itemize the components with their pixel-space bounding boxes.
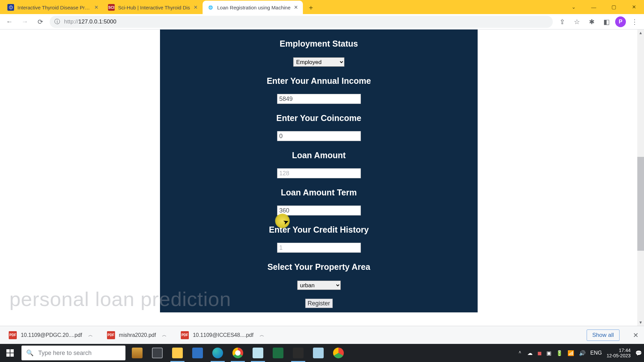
download-item[interactable]: PDF 10.1109@PDGC.20....pdf ︿	[5, 328, 96, 342]
profile-avatar[interactable]: P	[615, 16, 626, 27]
windows-logo-icon	[6, 349, 14, 357]
download-filename: 10.1109@PDGC.20....pdf	[21, 332, 82, 338]
close-icon[interactable]: ✕	[94, 4, 99, 10]
omnibox[interactable]: ⓘ http://127.0.0.1:5000	[50, 16, 553, 28]
annual-income-input[interactable]	[277, 94, 361, 104]
favicon-scihub-icon: SCI	[108, 4, 115, 11]
reload-button[interactable]: ⟳	[34, 16, 46, 28]
tab-title: Interactive Thyroid Disease Predi	[17, 5, 91, 10]
bookmark-icon[interactable]: ☆	[571, 16, 583, 28]
tray-meet-icon[interactable]: ▣	[546, 350, 551, 356]
download-item[interactable]: PDF 10.1109@ICCES48....pdf ︿	[177, 328, 268, 342]
close-icon[interactable]: ✕	[194, 4, 198, 10]
excel-icon[interactable]	[268, 344, 288, 362]
file-explorer-icon[interactable]	[168, 344, 187, 362]
site-info-icon[interactable]: ⓘ	[54, 18, 60, 25]
snip-icon[interactable]	[309, 344, 328, 362]
notifications-icon[interactable]: 💬	[635, 350, 642, 356]
scroll-down-icon[interactable]: ▼	[637, 319, 644, 326]
tray-language[interactable]: ENG	[590, 350, 602, 356]
browser-titlebar: ⓘ Interactive Thyroid Disease Predi ✕ SC…	[0, 0, 644, 14]
scroll-thumb[interactable]	[637, 157, 644, 251]
close-downloads-bar-button[interactable]: ✕	[633, 331, 639, 339]
minimize-button[interactable]: —	[584, 0, 604, 14]
tab-title: Sci-Hub | Interactive Thyroid Dis	[118, 5, 190, 10]
chevron-up-icon[interactable]: ︿	[260, 332, 264, 338]
windows-taskbar: 🔍 Type here to search ＾ ☁ ◼ ▣ 🔋 📶 🔊 ENG …	[0, 344, 644, 362]
toolbar-right: ⇪ ☆ ✱ ◧ P ⋮	[556, 16, 641, 28]
loan-term-input[interactable]	[277, 205, 361, 216]
extensions-icon[interactable]: ✱	[586, 16, 598, 28]
search-icon: 🔍	[26, 349, 34, 357]
tray-chevron-icon[interactable]: ＾	[517, 350, 523, 357]
pdf-icon: PDF	[9, 331, 17, 339]
downloads-bar: PDF 10.1109@PDGC.20....pdf ︿ PDF mishra2…	[0, 326, 644, 344]
vertical-scrollbar[interactable]: ▲ ▼	[637, 29, 644, 326]
new-tab-button[interactable]: ＋	[305, 1, 317, 13]
tray-volume-icon[interactable]: 🔊	[579, 350, 586, 356]
tray-clock[interactable]: 17:44 12-05-2023	[606, 348, 631, 358]
address-bar: ← → ⟳ ⓘ http://127.0.0.1:5000 ⇪ ☆ ✱ ◧ P …	[0, 14, 644, 29]
maximize-button[interactable]: ▢	[604, 0, 624, 14]
scroll-up-icon[interactable]: ▲	[637, 29, 644, 36]
url-text: http://127.0.0.1:5000	[64, 18, 116, 25]
chevron-down-icon[interactable]: ⌄	[564, 0, 584, 14]
taskbar-apps	[127, 344, 348, 362]
favicon-globe-icon: 🌐	[207, 4, 214, 11]
sidepanel-icon[interactable]: ◧	[600, 16, 612, 28]
video-watermark: personal loan prediction	[9, 288, 231, 311]
employment-select[interactable]: Employed	[293, 57, 344, 67]
start-button[interactable]	[0, 344, 20, 362]
close-window-button[interactable]: ✕	[624, 0, 644, 14]
download-filename: mishra2020.pdf	[119, 332, 156, 338]
share-icon[interactable]: ⇪	[556, 16, 568, 28]
register-button[interactable]: Register	[305, 299, 333, 308]
download-item[interactable]: PDF mishra2020.pdf ︿	[104, 328, 170, 342]
tab-thyroid[interactable]: ⓘ Interactive Thyroid Disease Predi ✕	[3, 1, 103, 14]
chrome2-icon[interactable]	[329, 344, 348, 362]
tab-title: Loan Registration using Machine	[217, 5, 290, 10]
chrome-icon[interactable]	[228, 344, 248, 362]
coincome-input[interactable]	[277, 131, 361, 141]
credit-history-input[interactable]	[277, 243, 361, 253]
taskbar-weather-icon[interactable]	[127, 344, 147, 362]
window-controls: ⌄ — ▢ ✕	[564, 0, 644, 14]
loan-amount-input[interactable]	[277, 168, 361, 178]
tray-wifi-icon[interactable]: 📶	[568, 350, 574, 356]
back-button[interactable]: ←	[3, 16, 15, 28]
taskbar-search[interactable]: 🔍 Type here to search	[21, 346, 125, 360]
show-all-downloads-button[interactable]: Show all	[587, 329, 620, 341]
label-property-area: Select Your Property Area	[267, 262, 370, 272]
menu-icon[interactable]: ⋮	[629, 16, 641, 28]
tray-onedrive-icon[interactable]: ☁	[527, 350, 533, 356]
search-placeholder: Type here to search	[38, 350, 92, 357]
label-income: Enter Your Annual Income	[267, 76, 371, 86]
tab-strip: ⓘ Interactive Thyroid Disease Predi ✕ SC…	[0, 0, 317, 14]
forward-button[interactable]: →	[19, 16, 31, 28]
page-viewport: Employment Status Employed Enter Your An…	[0, 29, 644, 326]
chevron-up-icon[interactable]: ︿	[162, 332, 167, 338]
terminal-icon[interactable]	[288, 344, 308, 362]
chevron-up-icon[interactable]: ︿	[88, 332, 93, 338]
system-tray: ＾ ☁ ◼ ▣ 🔋 📶 🔊 ENG 17:44 12-05-2023 💬	[517, 348, 644, 358]
loan-form-panel: Employment Status Employed Enter Your An…	[160, 29, 478, 312]
label-credit-history: Enter Your Credit History	[269, 225, 369, 235]
tab-loan[interactable]: 🌐 Loan Registration using Machine ✕	[203, 1, 303, 14]
label-employment: Employment Status	[280, 39, 358, 49]
store-icon[interactable]	[188, 344, 207, 362]
tray-battery-icon[interactable]: 🔋	[556, 350, 563, 356]
label-coincome: Enter Your Coincome	[276, 113, 361, 123]
favicon-ieee-icon: ⓘ	[7, 4, 14, 11]
pdf-icon: PDF	[181, 331, 189, 339]
loan-form: Employment Status Employed Enter Your An…	[160, 29, 478, 308]
pdf-icon: PDF	[107, 331, 115, 339]
task-view-icon[interactable]	[148, 344, 167, 362]
edge-icon[interactable]	[208, 344, 227, 362]
property-area-select[interactable]: urban	[297, 281, 341, 290]
download-filename: 10.1109@ICCES48....pdf	[193, 332, 254, 338]
close-icon[interactable]: ✕	[294, 4, 298, 10]
label-loan-amount: Loan Amount	[292, 150, 345, 160]
notepad-icon[interactable]	[248, 344, 268, 362]
tab-scihub[interactable]: SCI Sci-Hub | Interactive Thyroid Dis ✕	[103, 1, 203, 14]
tray-security-icon[interactable]: ◼	[537, 350, 542, 356]
